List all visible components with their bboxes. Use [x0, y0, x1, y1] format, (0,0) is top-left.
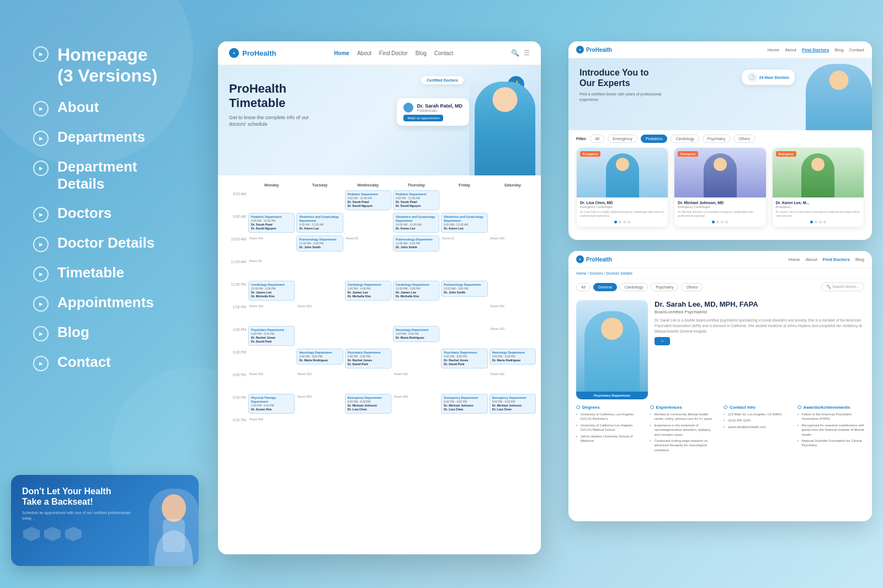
nav-home[interactable]: Home [334, 50, 349, 56]
appt-block[interactable]: Cardiology Department 1:00 PM - 4:00 PM … [345, 281, 391, 301]
about-icon [33, 101, 49, 116]
rbp-nav-home[interactable]: Home [788, 257, 800, 262]
cell-wed-1100 [344, 258, 392, 280]
exp-item-1: Worked at Community Mental Health center… [650, 412, 717, 421]
nav-blog[interactable]: Blog [416, 50, 427, 56]
sidebar-item-timetable[interactable]: Timetable [33, 264, 232, 282]
sidebar-item-doctors[interactable]: Doctors [33, 205, 232, 222]
appt-block[interactable]: Emergency Department 6:00 PM - 9:00 PM D… [441, 394, 487, 414]
appt-block[interactable]: Obstetrics and Gynecology Department 9:3… [296, 213, 343, 233]
cell-fri-1000: Room 51 [440, 235, 488, 257]
doc-card-name-2: Dr. Michael Johnson, MD [678, 201, 762, 205]
details-sections: Degrees University of California, Los An… [568, 405, 872, 459]
doc-card-dots-2 [678, 221, 762, 223]
appt-block[interactable]: Pediatric Department 9:00 AM - 11:00 AM … [345, 190, 391, 210]
sidebar-label-doctors: Doctors [57, 205, 111, 222]
blog-icon [33, 326, 49, 341]
appt-block[interactable]: Pulmonology Department 12:00 AM - 3:00 P… [441, 281, 487, 297]
sidebar-item-departments[interactable]: Departments [33, 129, 232, 146]
rbp-nav-about[interactable]: About [806, 257, 817, 262]
filter-pediatrics[interactable]: Pediatrics [641, 135, 668, 143]
details-filter-general[interactable]: General [593, 283, 617, 291]
dot [823, 221, 826, 223]
badge-icon: 🕐 [747, 72, 757, 82]
cta-text: Don't Let Your Health Take a Backseat! S… [11, 475, 143, 566]
experts-logo-text: ProHealth [586, 47, 612, 53]
appt-block[interactable]: Neurology Department 3:00 PM - 6:00 PM D… [296, 349, 343, 365]
health-cta-panel: Don't Let Your Health Take a Backseat! S… [11, 475, 199, 566]
appt-block[interactable]: Emergency Department 5:00 PM - 9:00 PM D… [345, 394, 391, 414]
appt-block[interactable]: Pediatric Department 9:00 AM - 11:00 AM … [393, 190, 439, 210]
dot [810, 221, 813, 223]
sidebar-item-blog[interactable]: Blog [33, 324, 232, 341]
appt-block[interactable]: Neurology Department 3:00 PM - 6:00 PM D… [393, 326, 439, 342]
details-filter-psychiatry[interactable]: Psychiatry [651, 283, 678, 291]
nav-find-doctor[interactable]: Find Doctor [379, 50, 408, 56]
details-filter-cardiology[interactable]: Cardiology [620, 283, 648, 291]
sidebar-item-department-details[interactable]: Department Details [33, 158, 232, 193]
col-monday: Monday [248, 181, 295, 189]
appt-block[interactable]: Cardiology Department 12:00 PM - 3:00 PM… [248, 281, 295, 301]
sidebar-item-about[interactable]: About [33, 99, 232, 116]
filter-others[interactable]: Others [733, 135, 755, 143]
filter-psychiatry[interactable]: Psychiatry [703, 135, 730, 143]
rtp-nav-find-doctors[interactable]: Find Doctors [802, 47, 829, 52]
cell-mon-600: Room 502 [248, 416, 295, 438]
appt-block[interactable]: Pulmonology Department 11:00 AM - 2:00 P… [296, 236, 343, 252]
appt-block[interactable]: Physical Therapy Department 2:00 PM - 5:… [248, 394, 295, 414]
nav-contact[interactable]: Contact [434, 50, 453, 56]
menu-icon[interactable]: ☰ [524, 49, 530, 57]
details-filter-others[interactable]: Others [681, 283, 703, 291]
sidebar-item-doctor-details[interactable]: Doctor Details [33, 234, 232, 252]
award-item-1: Fellow of the American Psychiatric Assoc… [797, 412, 865, 421]
hex-deco-2 [44, 527, 61, 541]
appt-block[interactable]: Cardiology Department 12:00 PM - 3:00 PM… [393, 281, 439, 301]
dot [712, 221, 715, 223]
doc-figure-2 [704, 153, 737, 197]
degree-item-3: Johns Hopkins University School of Medic… [576, 434, 643, 443]
details-filter-all[interactable]: All [576, 283, 591, 291]
doctor-card-img-3: Emergency [773, 148, 864, 197]
search-icon[interactable]: 🔍 [511, 49, 519, 57]
rtp-nav-blog[interactable]: Blog [834, 47, 843, 52]
breadcrumb-doctors[interactable]: Doctors [590, 271, 603, 275]
col-saturday: Saturday [489, 181, 536, 189]
time-200: 2:00 PM [222, 325, 247, 348]
details-search[interactable]: 🔍 Search doctor... [821, 282, 864, 291]
cell-fri-600 [440, 416, 488, 438]
col-friday: Friday [440, 181, 488, 189]
nav-about[interactable]: About [357, 50, 371, 56]
col-wednesday: Wednesday [344, 181, 392, 189]
appt-block[interactable]: Psychiatry Department 4:00 PM - 6:00 PM … [345, 349, 391, 368]
appt-block[interactable]: Obstetrics and Gynecology Department 9:0… [441, 213, 487, 233]
rtp-nav-contact[interactable]: Contact [849, 47, 864, 52]
rbp-nav-find-doctors[interactable]: Find Doctors [823, 257, 850, 262]
doc-card-name-1: Dr. Lisa Chen, MD [580, 201, 664, 205]
appt-block[interactable]: Pediatric Department 9:00 AM - 12:00 PM … [248, 213, 295, 233]
exp-item-2: Experience in the treatment of neurodege… [650, 423, 717, 437]
cell-thu-200: Neurology Department 3:00 PM - 6:00 PM D… [392, 325, 440, 348]
cell-wed-100 [344, 303, 392, 325]
appt-block[interactable]: Psychiatry Department 6:00 PM - 9:00 PM … [441, 349, 487, 368]
sidebar-item-contact[interactable]: Contact [33, 354, 232, 371]
appt-block[interactable]: Emergency Department 6:00 PM - 9:00 PM D… [490, 394, 536, 414]
appt-block[interactable]: Pulmonology Department 11:00 AM - 2:00 P… [393, 236, 439, 252]
filter-all[interactable]: All [590, 135, 604, 143]
degree-item-2: University of California Los Angeles (UC… [576, 423, 643, 432]
appt-block[interactable]: Psychiatry Department 3:00 PM - 5:00 PM … [248, 326, 295, 346]
filter-emergency[interactable]: Emergency [608, 135, 637, 143]
cell-mon-1200: Cardiology Department 12:00 PM - 3:00 PM… [248, 280, 295, 302]
filter-cardiology[interactable]: Cardiology [671, 135, 699, 143]
rbp-nav-blog[interactable]: Blog [855, 257, 864, 262]
sidebar-item-homepage[interactable]: Homepage (3 Versions) [33, 44, 232, 87]
breadcrumb-home[interactable]: Home [576, 271, 587, 275]
cell-thu-100 [392, 303, 440, 325]
doc-card-desc-3: Dr. Karen Lee is a specialist in emergen… [776, 210, 860, 218]
appt-block[interactable]: Neurology Department 3:00 PM - 6:00 PM D… [490, 349, 536, 365]
details-more-button[interactable]: > [655, 337, 670, 345]
rtp-nav-about[interactable]: About [785, 47, 796, 52]
rtp-nav-home[interactable]: Home [768, 47, 779, 52]
badge-text: 24 Hour Doctors [759, 76, 789, 79]
appt-block[interactable]: Obstetrics and Gynecology Department 10:… [393, 213, 439, 233]
sidebar-item-appointments[interactable]: Appointments [33, 294, 232, 312]
